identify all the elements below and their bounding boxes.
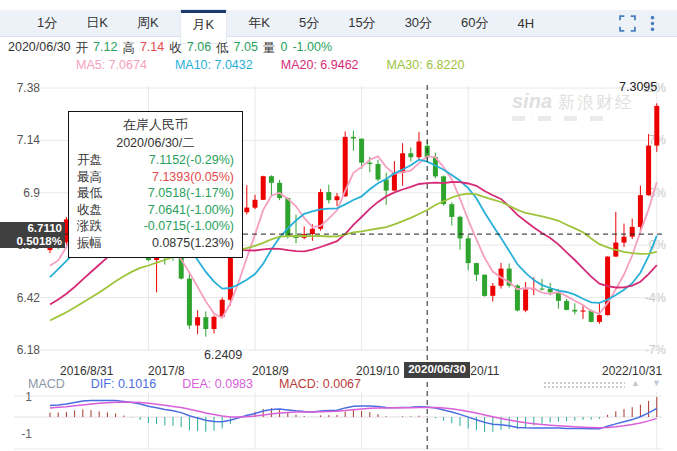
panel-up-arrow-icon[interactable]: ▲ <box>631 378 640 388</box>
grid <box>14 86 662 449</box>
panel-resize-handle[interactable] <box>543 381 625 389</box>
crosshair <box>0 85 662 449</box>
candles <box>48 103 660 336</box>
kline-chart-app: 1分日K周K月K年K5分15分30分60分4H 2020/06/30开7.12高… <box>0 0 677 451</box>
ma-lines <box>50 156 657 320</box>
panel-down-arrow-icon[interactable]: ▼ <box>652 378 661 388</box>
